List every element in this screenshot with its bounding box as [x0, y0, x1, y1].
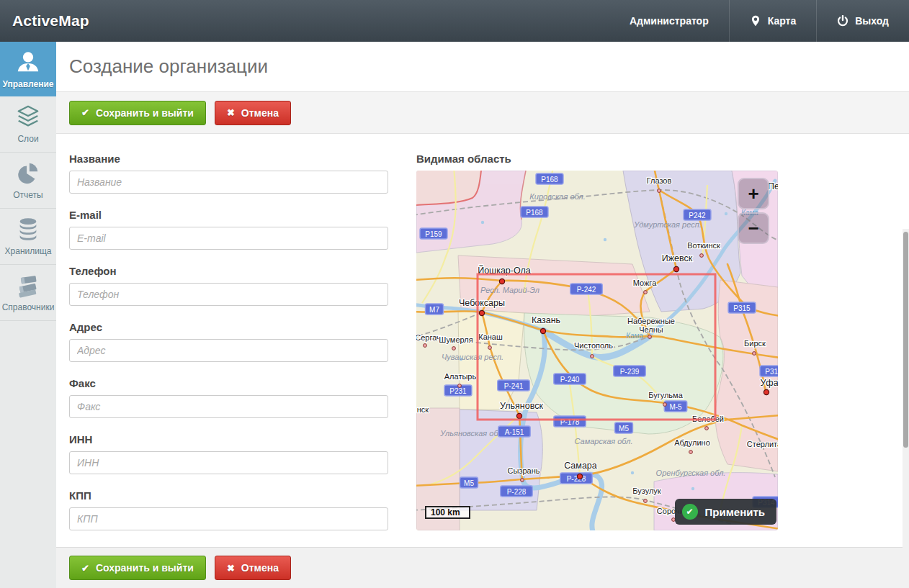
field-email: E-mail	[69, 209, 388, 250]
svg-text:М5: М5	[619, 425, 629, 433]
road-badge: Р315	[760, 366, 778, 376]
region-label: Ульяновская обл.	[439, 429, 504, 438]
address-input[interactable]	[69, 339, 388, 362]
user-menu[interactable]: Администратор	[609, 0, 729, 42]
region-label: Удмуртская респ.	[633, 220, 702, 229]
city-label: Стерлита	[747, 440, 778, 448]
city-dot	[479, 310, 484, 315]
field-fax: Факс	[69, 377, 388, 418]
city-dot	[644, 291, 648, 294]
zoom-in-button[interactable]: +	[738, 178, 769, 209]
map-viewport[interactable]: Кировская обл.Удмуртская респ.Респ. Мари…	[416, 171, 778, 530]
city-label: Абдулино	[674, 438, 710, 447]
city-dot	[577, 474, 582, 479]
road-badge: М5	[460, 477, 478, 488]
check-icon: ✔	[81, 563, 89, 574]
app-header: ActiveMap Администратор Карта Выход	[0, 0, 909, 42]
city-label: Бирск	[744, 339, 766, 348]
power-icon	[837, 15, 848, 27]
sidebar: Управление Слои Отчеты	[0, 42, 56, 588]
field-kpp: КПП	[69, 489, 388, 530]
svg-text:М5: М5	[464, 479, 474, 487]
field-inn: ИНН	[69, 433, 388, 474]
city-dot	[705, 427, 709, 430]
field-label: Факс	[69, 377, 388, 389]
field-label: E-mail	[69, 209, 388, 221]
city-dot	[673, 266, 679, 271]
city-label: Глазов	[647, 176, 672, 185]
sidebar-item-directories[interactable]: Справочники	[0, 265, 56, 321]
city-label: Бузулук	[632, 487, 661, 495]
region-label: Оренбургская обл.	[656, 469, 726, 477]
pie-chart-icon	[14, 160, 42, 186]
apply-button[interactable]: ✔ Применить	[675, 499, 776, 525]
check-icon: ✔	[81, 107, 89, 118]
apply-button-label: Применить	[705, 506, 765, 518]
city-label: Воткинск	[687, 241, 720, 250]
city-label: Сергач	[416, 333, 441, 342]
app-logo: ActiveMap	[0, 12, 609, 30]
field-phone: Телефон	[69, 265, 388, 306]
city-dot	[488, 346, 492, 350]
phone-input[interactable]	[69, 283, 388, 306]
city-dot	[516, 413, 521, 418]
scrollbar[interactable]	[903, 229, 909, 588]
map-link[interactable]: Карта	[729, 0, 817, 42]
sidebar-item-layers[interactable]: Слои	[0, 96, 56, 153]
main-panel: Создание организации ✔ Сохранить и выйти…	[56, 42, 909, 588]
region-label: Кировская обл.	[529, 192, 585, 201]
city-dot	[499, 279, 504, 284]
top-toolbar: ✔ Сохранить и выйти ✖ Отмена	[56, 92, 909, 134]
database-icon	[14, 217, 42, 243]
svg-text:P168: P168	[541, 176, 558, 184]
road-badge: Р-228	[501, 486, 533, 497]
city-label: Челны	[639, 325, 663, 334]
city-label: Чебоксары	[459, 298, 505, 308]
name-input[interactable]	[69, 171, 388, 194]
city-dot	[663, 403, 667, 407]
city-label: Набережные	[627, 317, 675, 325]
email-input[interactable]	[69, 227, 388, 250]
logout-label: Выход	[855, 15, 889, 27]
city-label: Пе	[768, 181, 778, 191]
city-dot	[764, 389, 769, 394]
region-label: Самарская обл.	[574, 437, 632, 445]
sidebar-item-storages[interactable]: Хранилища	[0, 209, 56, 265]
city-label: Ульяновск	[500, 401, 543, 411]
road-badge: P168	[521, 207, 548, 217]
scrollbar-thumb[interactable]	[903, 232, 908, 448]
cancel-button-label: Отмена	[241, 562, 279, 574]
save-and-exit-button-bottom[interactable]: ✔ Сохранить и выйти	[69, 556, 206, 580]
sidebar-item-management[interactable]: Управление	[0, 42, 56, 96]
zoom-out-button[interactable]: −	[738, 212, 769, 244]
logout-button[interactable]: Выход	[816, 0, 909, 42]
field-label: Название	[69, 153, 388, 165]
save-button-label: Сохранить и выйти	[96, 562, 194, 574]
city-dot	[458, 384, 462, 388]
fax-input[interactable]	[69, 395, 388, 418]
svg-text:Р231: Р231	[449, 387, 467, 395]
city-label: Уфа	[760, 378, 778, 388]
city-dot	[648, 335, 652, 339]
city-label: Ижевск	[662, 253, 693, 263]
map-column: Видимая область	[416, 153, 778, 547]
page-title: Создание организации	[69, 55, 268, 78]
sidebar-item-reports[interactable]: Отчеты	[0, 153, 56, 209]
city-label: Чистополь	[574, 341, 613, 350]
kpp-input[interactable]	[69, 507, 388, 530]
city-dot	[753, 352, 756, 356]
city-dot	[452, 347, 456, 350]
city-label: нск	[417, 405, 429, 414]
bottom-toolbar: ✔ Сохранить и выйти ✖ Отмена	[56, 547, 909, 588]
cancel-button-bottom[interactable]: ✖ Отмена	[215, 556, 291, 580]
svg-text:Р-241: Р-241	[504, 382, 524, 390]
road-badge: P168	[536, 173, 563, 184]
cancel-button[interactable]: ✖ Отмена	[215, 101, 291, 125]
field-label: ИНН	[69, 433, 388, 445]
inn-input[interactable]	[69, 451, 388, 474]
svg-text:М7: М7	[429, 306, 439, 314]
road-badge: Р-239	[614, 366, 646, 376]
save-and-exit-button[interactable]: ✔ Сохранить и выйти	[69, 101, 206, 125]
sidebar-item-label: Управление	[3, 79, 54, 89]
map-zoom-controls: + −	[738, 178, 769, 244]
